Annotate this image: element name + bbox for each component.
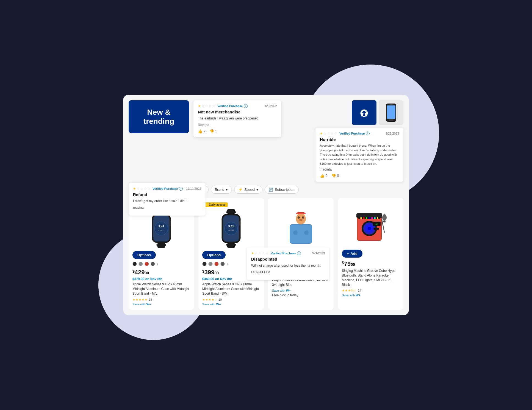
svg-point-34: [298, 216, 300, 219]
review-1-stars: ★ ☆ ☆ ☆ ☆: [133, 187, 150, 191]
svg-point-50: [363, 217, 365, 219]
color-dot-black[interactable]: [132, 262, 137, 266]
info-icon-1: i: [179, 187, 183, 191]
color-dot-red-2[interactable]: [214, 262, 219, 266]
svg-point-51: [366, 217, 367, 219]
new-trending-banner: New & trending: [129, 100, 189, 133]
color-dot-gray-2[interactable]: [208, 262, 213, 266]
review-1-verified: Verified Purchase i: [153, 187, 183, 191]
brand-btn[interactable]: Brand ▾: [211, 186, 232, 194]
review-3-date: 9/28/2023: [386, 132, 399, 135]
product-1-save-with: Save with W+: [132, 303, 190, 306]
subscription-icon: 🔄: [269, 188, 273, 192]
svg-point-16: [155, 222, 168, 235]
review-2-verified: Verified Purchase i: [217, 104, 248, 108]
review-4-title: Disappointed: [251, 257, 325, 261]
product-4-name: Singing Machine Groove Cube Hype Bluetoo…: [342, 269, 400, 287]
review-3-dislike-btn[interactable]: 👎 0: [331, 174, 339, 178]
banner-line1: New &: [147, 108, 171, 116]
review-card-1: ★ ☆ ☆ ☆ ☆ Verified Purchase i 12/1: [129, 183, 206, 216]
product-2-save-with: Save with W+: [202, 303, 260, 306]
svg-rect-2: [365, 113, 367, 116]
info-icon-4: i: [297, 251, 301, 255]
svg-point-47: [368, 227, 371, 230]
thumbs-up-icon-3: 👍: [320, 174, 325, 178]
svg-point-27: [225, 222, 238, 235]
banner-line2: trending: [143, 117, 174, 125]
svg-rect-62: [383, 221, 386, 222]
product-4-save-with: Save with W+: [342, 294, 400, 297]
product-1-sale: $379.00 on Nov 8th: [132, 277, 190, 281]
product-4-add-btn[interactable]: + Add: [342, 250, 362, 258]
thumbs-up-icon: 👍: [198, 129, 203, 133]
review-2-dislike-btn[interactable]: 👎 1: [209, 129, 217, 133]
svg-point-54: [374, 217, 376, 219]
svg-text:9:41: 9:41: [228, 225, 234, 228]
early-access-badge-2: ⭐ Early access: [202, 202, 228, 207]
product-2-image-wrap: 9:41 APR 23: [202, 209, 260, 248]
product-2-name: Apple Watch Series 9 GPS 41mm Midnight A…: [202, 282, 260, 296]
review-2-stars: ★ ☆ ☆ ☆ ☆: [198, 104, 215, 108]
color-dot-gray[interactable]: [138, 262, 143, 266]
product-4-rating: ★★★½☆ 24: [342, 289, 400, 292]
svg-text:88: 88: [376, 223, 378, 225]
svg-rect-12: [157, 243, 165, 248]
svg-point-53: [371, 217, 373, 219]
svg-point-3: [363, 113, 365, 115]
review-card-4: ★ ☆ ☆ ☆ ☆ Verified Purchase i 7/21: [247, 247, 329, 280]
review-4-body: Will not charge after used for less then…: [251, 263, 325, 268]
review-1-author: masina: [133, 206, 201, 210]
svg-rect-43: [356, 213, 382, 218]
color-dot-black-2[interactable]: [202, 262, 207, 266]
karaoke-machine-image: 88: [354, 208, 387, 246]
product-1-rating: ★★★★★ 18: [132, 298, 190, 302]
svg-rect-31: [290, 224, 312, 244]
svg-point-59: [377, 228, 379, 230]
color-dot-dark[interactable]: [151, 262, 155, 266]
svg-rect-6: [390, 104, 392, 105]
more-colors-1[interactable]: +: [157, 262, 158, 266]
review-4-verified: Verified Purchase i: [271, 251, 301, 255]
review-1-body: I didn't get my order like it said I did…: [133, 199, 201, 203]
phone-icon: [385, 103, 397, 122]
info-icon: i: [244, 104, 248, 108]
screen: New & trending ★ ☆ ☆ ☆ ☆: [123, 95, 409, 315]
svg-point-35: [302, 216, 304, 219]
more-colors-2[interactable]: +: [226, 262, 228, 266]
paw-patrol-image: [286, 208, 316, 246]
review-4-author: OFAKELELA: [251, 270, 325, 274]
review-3-author: Trecinta: [320, 168, 399, 171]
color-dot-dark-2[interactable]: [220, 262, 225, 266]
product-1-name: Apple Watch Series 9 GPS 45mm Midnight A…: [132, 282, 190, 296]
device-frame: New & trending ★ ☆ ☆ ☆ ☆: [115, 87, 417, 323]
svg-point-39: [293, 230, 298, 235]
review-2-like-btn[interactable]: 👍 2: [198, 129, 206, 133]
svg-rect-23: [227, 243, 235, 248]
svg-point-49: [360, 217, 362, 219]
svg-rect-19: [170, 221, 171, 226]
review-2-author: Ricardo: [198, 123, 277, 127]
product-2-options-btn[interactable]: Options: [202, 251, 226, 259]
review-3-like-btn[interactable]: 👍 0: [320, 174, 328, 178]
svg-text:APR 23: APR 23: [228, 230, 234, 231]
product-card-4: 88 + Add: [338, 198, 403, 309]
review-4-date: 7/21/2023: [311, 252, 325, 255]
product-3-save-with: Save with W+: [272, 289, 330, 292]
svg-point-52: [368, 217, 370, 219]
apple-watch-41mm-image: 9:41 APR 23: [215, 209, 248, 248]
review-3-stars: ★ ☆ ☆ ☆ ☆: [320, 132, 337, 135]
product-1-options-btn[interactable]: Options: [132, 251, 156, 259]
product-4-price: $7900: [342, 260, 400, 267]
speed-btn[interactable]: ⚡ Speed ▾: [234, 186, 262, 194]
review-2-title: Not new merchandise: [198, 110, 277, 114]
svg-point-55: [377, 217, 378, 219]
subscription-btn[interactable]: 🔄 Subscription: [265, 186, 299, 194]
svg-point-40: [304, 230, 309, 235]
color-dot-red[interactable]: [145, 262, 149, 266]
product-3-image-wrap: [272, 208, 330, 246]
product-3-free-pickup: Free pickup today: [272, 293, 330, 297]
thumbs-down-icon-3: 👎: [331, 174, 336, 178]
product-2-rating: ★★★★☆ 10: [202, 298, 260, 302]
plus-icon-4: +: [347, 252, 349, 256]
svg-rect-7: [387, 105, 395, 119]
